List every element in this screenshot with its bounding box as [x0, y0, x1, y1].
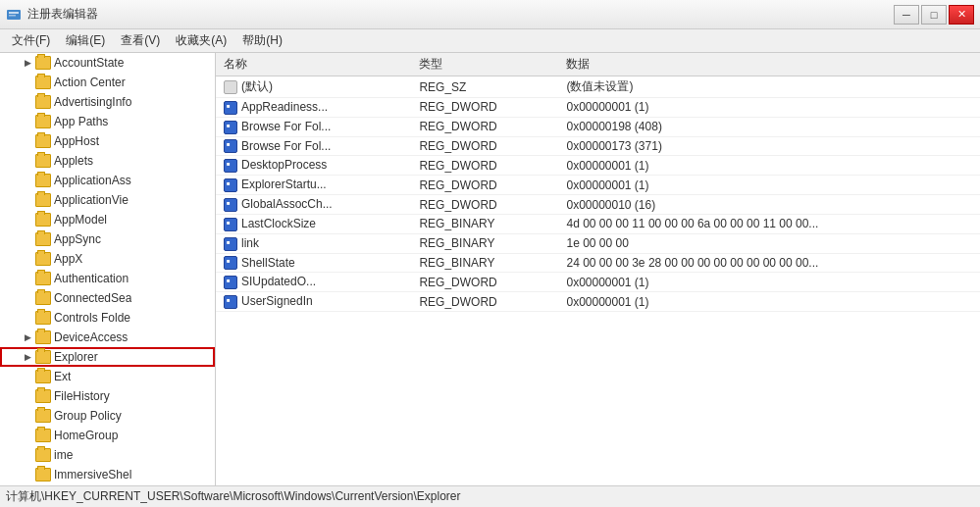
tree-item-account-state[interactable]: ▶AccountState: [0, 53, 215, 73]
tree-label-group-policy: Group Policy: [54, 409, 122, 423]
value-type-default: REG_SZ: [411, 76, 558, 98]
folder-icon-app-x: [35, 252, 51, 266]
tree-item-file-history[interactable]: FileHistory: [0, 386, 215, 406]
table-row[interactable]: SIUpdatedO...REG_DWORD0x00000001 (1): [216, 273, 980, 292]
folder-icon-app-sync: [35, 232, 51, 246]
folder-icon-account-state: [35, 56, 51, 70]
reg-value-icon: [224, 256, 237, 270]
table-row[interactable]: linkREG_BINARY1e 00 00 00: [216, 233, 980, 253]
tree-item-applets[interactable]: Applets: [0, 151, 215, 171]
value-data-link: 1e 00 00 00: [558, 233, 980, 253]
expand-icon-application-ass: [20, 173, 35, 188]
value-type-browse-fol-2: REG_DWORD: [411, 136, 558, 156]
tree-item-application-vie[interactable]: ApplicationVie: [0, 190, 215, 210]
value-name-link: link: [216, 233, 411, 253]
tree-item-immersive-shel[interactable]: ImmersiveShel: [0, 465, 215, 484]
expand-icon-app-paths: [20, 114, 35, 129]
expand-icon-group-policy: [20, 408, 35, 424]
svg-rect-2: [9, 15, 16, 17]
tree-label-explorer: Explorer: [54, 350, 98, 364]
tree-item-app-host[interactable]: AppHost: [0, 131, 215, 151]
tree-item-group-policy[interactable]: Group Policy: [0, 406, 215, 426]
tree-item-home-group[interactable]: HomeGroup: [0, 426, 215, 445]
table-row[interactable]: Browse For Fol...REG_DWORD0x00000173 (37…: [216, 136, 980, 156]
folder-icon-device-access: [35, 330, 51, 344]
expand-icon-connected-sea: [20, 290, 35, 306]
expand-icon-ime: [20, 447, 35, 463]
tree-item-connected-sea[interactable]: ConnectedSea: [0, 288, 215, 308]
tree-item-controls-folde[interactable]: Controls Folde: [0, 308, 215, 328]
value-type-global-assoc-ch: REG_DWORD: [411, 195, 558, 215]
tree-label-application-ass: ApplicationAss: [54, 174, 131, 187]
tree-item-device-access[interactable]: ▶DeviceAccess: [0, 328, 215, 347]
value-data-user-signed-in: 0x00000001 (1): [558, 292, 980, 312]
value-data-browse-fol-1: 0x00000198 (408): [558, 117, 980, 136]
reg-value-icon: [224, 237, 237, 251]
tree-item-action-center[interactable]: Action Center: [0, 73, 215, 92]
value-type-desktop-process: REG_DWORD: [411, 156, 558, 176]
tree-label-applets: Applets: [54, 154, 93, 168]
folder-icon-controls-folde: [35, 311, 51, 325]
value-name-shell-state: ShellState: [216, 253, 411, 273]
tree-item-app-paths[interactable]: App Paths: [0, 112, 215, 131]
tree-item-app-x[interactable]: AppX: [0, 249, 215, 269]
title-bar: 注册表编辑器 ─ □ ✕: [0, 0, 980, 29]
menu-item-file[interactable]: 文件(F): [4, 30, 58, 51]
tree-panel[interactable]: ▶AccountState Action Center AdvertisingI…: [0, 53, 216, 485]
table-row[interactable]: ExplorerStartu...REG_DWORD0x00000001 (1): [216, 176, 980, 195]
table-row[interactable]: AppReadiness...REG_DWORD0x00000001 (1): [216, 98, 980, 118]
close-button[interactable]: ✕: [949, 5, 974, 25]
folder-icon-applets: [35, 154, 51, 168]
expand-icon-device-access: ▶: [20, 330, 35, 345]
tree-item-application-ass[interactable]: ApplicationAss: [0, 171, 215, 190]
folder-icon-app-host: [35, 134, 51, 148]
expand-icon-app-host: [20, 133, 35, 149]
expand-icon-file-history: [20, 388, 35, 404]
value-data-app-readiness: 0x00000001 (1): [558, 98, 980, 118]
tree-item-explorer[interactable]: ▶Explorer: [0, 347, 215, 367]
tree-label-home-group: HomeGroup: [54, 429, 118, 442]
expand-icon-account-state: ▶: [20, 55, 35, 71]
table-row[interactable]: LastClockSizeREG_BINARY4d 00 00 00 11 00…: [216, 214, 980, 233]
value-name-browse-fol-1: Browse For Fol...: [216, 117, 411, 136]
minimize-button[interactable]: ─: [894, 5, 919, 25]
table-row[interactable]: UserSignedInREG_DWORD0x00000001 (1): [216, 292, 980, 312]
folder-icon-action-center: [35, 76, 51, 89]
tree-label-advertising-info: AdvertisingInfo: [54, 95, 131, 109]
tree-item-authentication[interactable]: Authentication: [0, 269, 215, 288]
tree-label-ext: Ext: [54, 370, 71, 383]
table-row[interactable]: (默认)REG_SZ(数值未设置): [216, 76, 980, 98]
value-type-browse-fol-1: REG_DWORD: [411, 117, 558, 136]
table-row[interactable]: ShellStateREG_BINARY24 00 00 00 3e 28 00…: [216, 253, 980, 273]
folder-icon-ime: [35, 448, 51, 462]
expand-icon-controls-folde: [20, 310, 35, 326]
expand-icon-explorer: ▶: [20, 349, 35, 365]
menu-item-favorites[interactable]: 收藏夹(A): [168, 30, 234, 51]
table-row[interactable]: DesktopProcessREG_DWORD0x00000001 (1): [216, 156, 980, 176]
folder-icon-authentication: [35, 272, 51, 285]
tree-item-advertising-info[interactable]: AdvertisingInfo: [0, 92, 215, 112]
value-data-global-assoc-ch: 0x00000010 (16): [558, 195, 980, 215]
tree-item-ime[interactable]: ime: [0, 445, 215, 465]
menu-item-edit[interactable]: 编辑(E): [58, 30, 113, 51]
table-row[interactable]: Browse For Fol...REG_DWORD0x00000198 (40…: [216, 117, 980, 136]
value-type-link: REG_BINARY: [411, 233, 558, 253]
table-row[interactable]: GlobalAssocCh...REG_DWORD0x00000010 (16): [216, 195, 980, 215]
expand-icon-ext: [20, 369, 35, 384]
folder-icon-explorer: [35, 350, 51, 364]
values-panel[interactable]: 名称 类型 数据 (默认)REG_SZ(数值未设置)AppReadiness..…: [216, 53, 980, 485]
expand-icon-app-x: [20, 251, 35, 267]
title-bar-controls: ─ □ ✕: [894, 5, 974, 25]
tree-item-app-sync[interactable]: AppSync: [0, 229, 215, 249]
tree-item-ext[interactable]: Ext: [0, 367, 215, 386]
tree-item-app-model[interactable]: AppModel: [0, 210, 215, 229]
status-path: 计算机\HKEY_CURRENT_USER\Software\Microsoft…: [6, 488, 460, 505]
value-name-default: (默认): [216, 76, 411, 98]
main-content: ▶AccountState Action Center AdvertisingI…: [0, 53, 980, 485]
menu-item-view[interactable]: 查看(V): [113, 30, 168, 51]
reg-value-icon: [224, 101, 237, 115]
expand-icon-authentication: [20, 271, 35, 286]
menu-item-help[interactable]: 帮助(H): [234, 30, 290, 51]
maximize-button[interactable]: □: [921, 5, 947, 25]
default-value-icon: [224, 80, 237, 94]
